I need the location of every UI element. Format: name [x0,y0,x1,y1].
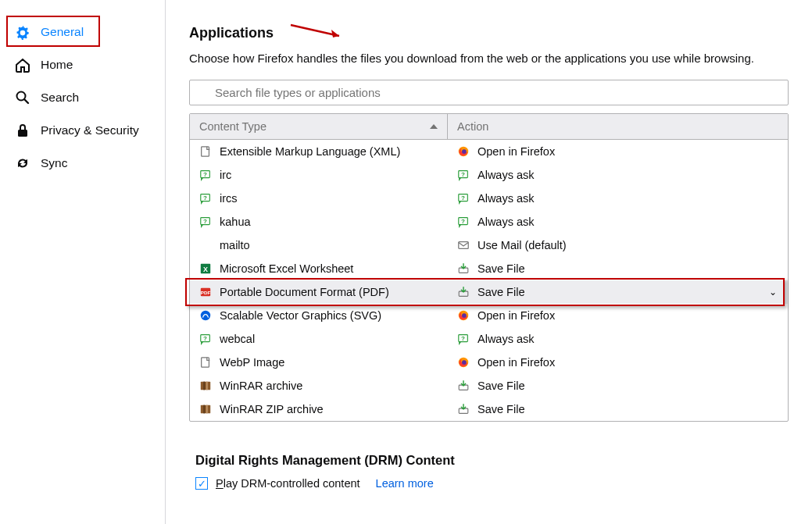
sidebar-item-search[interactable]: Search [0,81,165,114]
action-label: Save File [478,380,524,392]
action-cell: Use Mail (default) [448,239,788,251]
action-label: Open in Firefox [478,309,555,322]
content-type-icon [199,309,212,322]
action-cell: Save File [448,380,788,392]
action-label: Always ask [478,192,535,205]
action-cell: Always ask [448,216,788,228]
sidebar-item-label: General [41,25,84,39]
action-cell: Always ask [448,169,788,181]
table-row[interactable]: Microsoft Excel WorksheetSave File [190,257,788,280]
action-cell: Always ask [448,192,788,205]
learn-more-link[interactable]: Learn more [376,477,434,490]
table-row[interactable]: WebP ImageOpen in Firefox [190,351,788,374]
sync-icon [14,155,31,172]
table-row[interactable]: kahuaAlways ask [190,210,788,233]
table-row[interactable]: WinRAR ZIP archiveSave File [190,397,788,421]
applications-search-wrap [189,80,789,113]
search-icon [14,89,31,106]
content-type-label: ircs [220,192,238,205]
content-type-label: Microsoft Excel Worksheet [220,262,353,275]
table-row[interactable]: mailtoUse Mail (default) [190,233,788,257]
content-type-cell: mailto [190,239,448,251]
content-type-label: mailto [220,239,250,251]
action-cell: Save File [448,403,788,415]
content-type-cell: kahua [190,216,448,228]
applications-desc: Choose how Firefox handles the files you… [189,49,789,67]
table-row[interactable]: WinRAR archiveSave File [190,374,788,397]
content-type-label: WinRAR ZIP archive [220,403,324,415]
sidebar-item-home[interactable]: Home [0,48,165,81]
content-type-label: WinRAR archive [220,380,302,392]
action-label: Open in Firefox [478,145,555,158]
applications-search-input[interactable] [189,80,789,105]
content-type-cell: Extensible Markup Language (XML) [190,145,448,158]
action-cell: Open in Firefox [448,145,788,158]
drm-title: Digital Rights Management (DRM) Content [195,453,789,468]
column-label: Content Type [199,120,266,133]
content-type-cell: Microsoft Excel Worksheet [190,262,448,275]
content-type-cell: WinRAR archive [190,380,448,392]
action-cell[interactable]: Save File⌄ [448,286,788,298]
table-row[interactable]: ircAlways ask [190,163,788,187]
content-type-icon [199,216,212,228]
sidebar-item-sync[interactable]: Sync [0,147,165,180]
content-type-icon [199,239,212,251]
sidebar-item-privacy[interactable]: Privacy & Security [0,114,165,147]
action-icon [457,356,470,369]
sidebar-item-label: Home [41,58,73,72]
table-row[interactable]: Portable Document Format (PDF)Save File⌄ [190,280,788,304]
content-type-label: Scalable Vector Graphics (SVG) [220,309,381,322]
content-type-icon [199,286,212,298]
chevron-down-icon: ⌄ [769,287,777,298]
column-label: Action [457,120,488,133]
action-icon [457,169,470,181]
action-icon [457,262,470,275]
table-row[interactable]: Scalable Vector Graphics (SVG)Open in Fi… [190,304,788,327]
content-type-icon [199,262,212,275]
content-type-icon [199,380,212,392]
action-label: Open in Firefox [478,356,555,369]
content-type-icon [199,169,212,181]
action-icon [457,380,470,392]
content-type-label: irc [220,169,231,181]
content-type-icon [199,403,212,415]
content-type-cell: WinRAR ZIP archive [190,403,448,415]
home-icon [14,56,31,73]
action-label: Save File [478,403,524,415]
content-type-icon [199,145,212,158]
action-icon [457,216,470,228]
drm-checkbox[interactable]: ✓ [195,477,208,490]
content-type-label: webcal [220,333,255,345]
action-label: Use Mail (default) [478,239,567,251]
content-type-cell: irc [190,169,448,181]
action-icon [457,333,470,345]
action-cell: Save File [448,262,788,275]
table-row[interactable]: ircsAlways ask [190,187,788,210]
action-cell: Always ask [448,333,788,345]
content-type-label: WebP Image [220,356,284,369]
drm-checkbox-label: Play DRM-controlled content [216,477,360,490]
content-type-label: kahua [220,216,251,228]
applications-table: Content Type Action Extensible Markup La… [189,113,789,422]
action-icon [457,403,470,415]
sidebar-item-general[interactable]: General [0,16,165,48]
action-icon [457,309,470,322]
content-type-cell: Portable Document Format (PDF) [190,286,448,298]
column-content-type[interactable]: Content Type [190,114,448,139]
table-row[interactable]: Extensible Markup Language (XML)Open in … [190,140,788,163]
action-icon [457,286,470,298]
content-type-label: Extensible Markup Language (XML) [220,145,400,158]
table-row[interactable]: webcalAlways ask [190,327,788,351]
column-action[interactable]: Action [448,114,788,139]
action-icon [457,239,470,251]
action-label: Save File [478,262,524,275]
action-label: Always ask [478,333,535,345]
drm-row: ✓ Play DRM-controlled content Learn more [195,477,789,490]
sidebar-item-label: Privacy & Security [41,123,139,137]
sidebar-item-label: Search [41,91,79,105]
content-type-cell: WebP Image [190,356,448,369]
action-cell: Open in Firefox [448,309,788,322]
settings-sidebar: General Home Search Privacy & Security S… [0,0,166,524]
sidebar-item-label: Sync [41,156,67,170]
applications-title: Applications [189,25,789,41]
